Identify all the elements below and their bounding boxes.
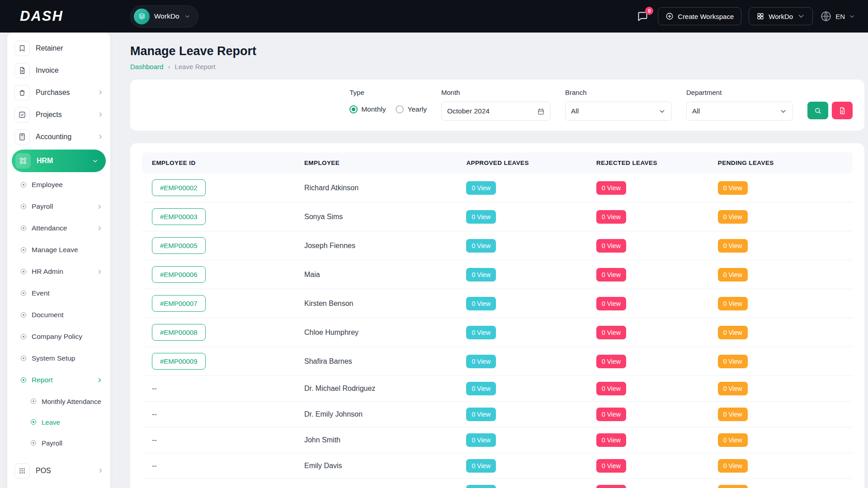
- rejected-leaves-view-button[interactable]: 0 View: [596, 485, 626, 488]
- approved-leaves-view-button[interactable]: 0 View: [466, 459, 496, 473]
- rejected-leaves-view-button[interactable]: 0 View: [596, 210, 626, 224]
- pending-leaves-view-button[interactable]: 0 View: [718, 181, 748, 195]
- pending-leaves-view-button[interactable]: 0 View: [718, 433, 748, 447]
- approved-leaves-view-button[interactable]: 0 View: [466, 326, 496, 339]
- pending-leaves-view-button[interactable]: 0 View: [718, 239, 748, 253]
- department-select[interactable]: All: [686, 102, 793, 121]
- sidebar-item-manage-leave[interactable]: Manage Leave: [7, 239, 110, 261]
- approved-leaves-view-button[interactable]: 0 View: [466, 297, 496, 310]
- sidebar-item-invoice[interactable]: Invoice: [7, 59, 110, 81]
- sidebar-item-label: Leave: [42, 418, 60, 426]
- approved-leaves-view-button[interactable]: 0 View: [466, 433, 496, 447]
- radio-yearly[interactable]: Yearly: [396, 105, 427, 113]
- breadcrumb-separator: ›: [168, 63, 170, 70]
- sidebar-item-label: Attendance: [32, 224, 67, 232]
- sidebar-item-payroll[interactable]: Payroll: [7, 196, 110, 217]
- rejected-leaves-view-button[interactable]: 0 View: [596, 326, 626, 339]
- rejected-leaves-view-button[interactable]: 0 View: [596, 355, 626, 368]
- pending-leaves-view-button[interactable]: 0 View: [718, 459, 748, 473]
- employee-id-badge[interactable]: #EMP00002: [152, 179, 206, 196]
- rejected-leaves-view-button[interactable]: 0 View: [596, 181, 626, 195]
- chevron-right-icon: [96, 268, 103, 275]
- employee-id-badge[interactable]: #EMP00007: [152, 295, 206, 312]
- layers-icon: [138, 12, 146, 20]
- employee-id-badge[interactable]: #EMP00003: [152, 208, 206, 225]
- rejected-leaves-view-button[interactable]: 0 View: [596, 382, 626, 395]
- accounting-icon: [14, 129, 30, 145]
- reset-button[interactable]: [832, 102, 853, 119]
- sidebar-item-document[interactable]: Document: [7, 304, 110, 326]
- chevron-right-icon: [97, 133, 104, 140]
- employee-id-badge[interactable]: #EMP00005: [152, 237, 206, 254]
- approved-leaves-view-button[interactable]: 0 View: [466, 181, 496, 195]
- pending-leaves-view-button[interactable]: 0 View: [718, 408, 748, 421]
- workspace-selector[interactable]: WorkDo: [130, 5, 198, 28]
- pending-leaves-view-button[interactable]: 0 View: [718, 355, 748, 368]
- pending-leaves-view-button[interactable]: 0 View: [718, 210, 748, 224]
- sidebar-item-hr-admin[interactable]: HR Admin: [7, 261, 110, 282]
- sidebar-item-employee[interactable]: Employee: [7, 174, 110, 196]
- brand-logo[interactable]: DASH: [0, 8, 130, 24]
- employee-id-badge[interactable]: #EMP00009: [152, 353, 206, 370]
- approved-leaves-view-button[interactable]: 0 View: [466, 210, 496, 224]
- approved-leaves-view-button[interactable]: 0 View: [466, 408, 496, 421]
- month-input[interactable]: October 2024: [441, 102, 551, 121]
- pending-leaves-view-button[interactable]: 0 View: [718, 485, 748, 488]
- calendar-icon: [537, 108, 545, 115]
- sidebar-item-retainer[interactable]: Retainer: [7, 37, 110, 59]
- type-radio-group: Monthly Yearly: [349, 105, 427, 113]
- sidebar-item-leave[interactable]: Leave: [7, 412, 110, 432]
- employee-name: Dr. Michael Rodriguez: [300, 376, 462, 402]
- rejected-leaves-view-button[interactable]: 0 View: [596, 408, 626, 421]
- rejected-leaves-view-button[interactable]: 0 View: [596, 239, 626, 253]
- approved-leaves-view-button[interactable]: 0 View: [466, 485, 496, 488]
- sidebar-item-report[interactable]: Report: [7, 369, 110, 391]
- month-filter-group: Month October 2024: [441, 89, 551, 121]
- sidebar-item-pos[interactable]: POS: [7, 460, 110, 482]
- rejected-leaves-view-button[interactable]: 0 View: [596, 297, 626, 310]
- sidebar-item-event[interactable]: Event: [7, 282, 110, 304]
- create-workspace-button[interactable]: Create Workspace: [658, 7, 741, 25]
- rejected-leaves-view-button[interactable]: 0 View: [596, 433, 626, 447]
- approved-leaves-view-button[interactable]: 0 View: [466, 268, 496, 282]
- table-row: #EMP00008 Chloe Humphrey 0 View 0 View 0…: [142, 318, 853, 347]
- radio-yearly-label: Yearly: [407, 105, 427, 113]
- sidebar-item-purchases[interactable]: Purchases: [7, 81, 110, 103]
- rejected-leaves-view-button[interactable]: 0 View: [596, 268, 626, 282]
- pending-leaves-view-button[interactable]: 0 View: [718, 268, 748, 282]
- sidebar-item-accounting[interactable]: Accounting: [7, 126, 110, 148]
- employee-name: Kirsten Benson: [300, 289, 462, 318]
- sidebar-item-projects[interactable]: Projects: [7, 103, 110, 126]
- workspace-avatar: [134, 9, 150, 24]
- employee-id-empty: --: [152, 385, 157, 392]
- branch-select[interactable]: All: [565, 102, 672, 121]
- app-switcher-button[interactable]: WorkDo: [749, 7, 813, 25]
- sidebar-item-monthly-attendance[interactable]: Monthly Attendance: [7, 391, 110, 412]
- search-icon: [814, 107, 822, 115]
- type-label: Type: [349, 89, 427, 97]
- approved-leaves-view-button[interactable]: 0 View: [466, 382, 496, 395]
- search-button[interactable]: [807, 102, 828, 119]
- table-row: -- Emily Davis 0 View 0 View 0 View: [142, 453, 853, 479]
- breadcrumb-dashboard-link[interactable]: Dashboard: [130, 63, 163, 70]
- radio-monthly[interactable]: Monthly: [349, 105, 386, 113]
- rejected-leaves-view-button[interactable]: 0 View: [596, 459, 626, 473]
- employee-id-badge[interactable]: #EMP00008: [152, 324, 206, 341]
- sidebar-item-attendance[interactable]: Attendance: [7, 217, 110, 239]
- pending-leaves-view-button[interactable]: 0 View: [718, 382, 748, 395]
- bullet-icon: [21, 182, 26, 188]
- approved-leaves-view-button[interactable]: 0 View: [466, 355, 496, 368]
- pending-leaves-view-button[interactable]: 0 View: [718, 297, 748, 310]
- approved-leaves-view-button[interactable]: 0 View: [466, 239, 496, 253]
- sidebar-item-company-policy[interactable]: Company Policy: [7, 326, 110, 347]
- messages-button[interactable]: 0: [635, 9, 651, 24]
- pending-leaves-view-button[interactable]: 0 View: [718, 326, 748, 339]
- employee-id-badge[interactable]: #EMP00006: [152, 266, 206, 283]
- chevron-down-icon: [797, 12, 805, 20]
- bullet-icon: [21, 377, 26, 383]
- sidebar-item-system-setup[interactable]: System Setup: [7, 347, 110, 369]
- language-selector[interactable]: EN: [820, 10, 855, 22]
- bullet-icon: [31, 440, 36, 446]
- sidebar-item-hrm[interactable]: HRM: [12, 150, 106, 172]
- sidebar-item-report-payroll[interactable]: Payroll: [7, 432, 110, 453]
